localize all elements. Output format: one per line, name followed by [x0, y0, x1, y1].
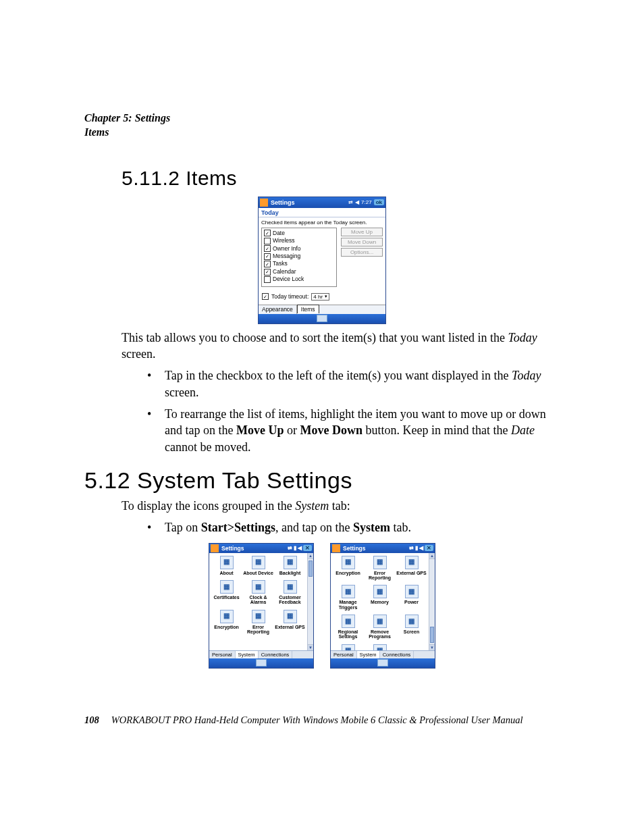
- app-label: Regional Settings: [332, 629, 364, 640]
- volume-icon: ◀: [298, 545, 302, 551]
- tab-personal[interactable]: Personal: [331, 651, 357, 658]
- subheader-today: Today: [259, 208, 385, 217]
- app-icon-item[interactable]: ▦Total Recall: [364, 644, 396, 650]
- app-icon-item[interactable]: ▦Clock & Alarms: [242, 580, 274, 605]
- tab-system[interactable]: System: [236, 651, 259, 658]
- app-icon-item[interactable]: ▦Customer Feedback: [274, 580, 306, 605]
- scroll-thumb[interactable]: [308, 561, 313, 577]
- app-icon: ▦: [252, 556, 265, 569]
- app-icon-item[interactable]: ▦Memory: [364, 585, 396, 610]
- app-icon: ▦: [252, 610, 265, 623]
- check-item: Wireless: [264, 237, 334, 244]
- tab-personal[interactable]: Personal: [209, 651, 236, 658]
- bottombar: [331, 658, 435, 668]
- app-icon-item[interactable]: ▦Encryption: [211, 610, 242, 635]
- bottombar: [209, 658, 313, 668]
- app-icon-item[interactable]: ▦Error Reporting: [242, 610, 274, 635]
- close-button[interactable]: ✕: [303, 545, 312, 551]
- scroll-down-icon[interactable]: ▼: [308, 644, 313, 650]
- scrollbar[interactable]: ▲ ▼: [429, 553, 435, 650]
- bullet-item: Tap on Start>Settings, and tap on the Sy…: [142, 519, 560, 536]
- app-label: Clock & Alarms: [242, 595, 274, 605]
- app-icon-item[interactable]: ▦About Device: [242, 556, 274, 575]
- items-checklist[interactable]: ✓Date Wireless ✓Owner Info ✓Messaging ✓T…: [261, 228, 337, 287]
- heading-5-11-2: 5.11.2 Items: [122, 167, 560, 190]
- timeout-checkbox[interactable]: ✓: [262, 293, 269, 300]
- ok-button[interactable]: ok: [374, 199, 384, 205]
- app-icon: ▦: [284, 556, 297, 569]
- app-icon-item[interactable]: ▦External GPS: [396, 556, 427, 581]
- checkbox-icon[interactable]: ✓: [264, 253, 271, 260]
- antenna-icon: ▮: [294, 545, 296, 551]
- scroll-thumb[interactable]: [430, 627, 434, 643]
- check-item: ✓Tasks: [264, 260, 334, 267]
- tab-appearance[interactable]: Appearance: [259, 305, 297, 314]
- app-icon: ▦: [342, 556, 355, 569]
- start-icon[interactable]: [211, 544, 219, 552]
- app-icon-item[interactable]: ▦Power: [396, 585, 427, 610]
- app-icon-item[interactable]: [396, 644, 427, 650]
- app-icon: ▦: [284, 580, 297, 594]
- bullet-item: To rearrange the list of items, highligh…: [142, 406, 560, 455]
- app-icon-item[interactable]: ▦Teklogix Scanners: [332, 644, 364, 650]
- bullet-item: Tap in the checkbox to the left of the i…: [142, 367, 560, 400]
- start-icon[interactable]: [260, 199, 268, 207]
- checkbox-icon[interactable]: ✓: [264, 269, 271, 276]
- app-icon: ▦: [373, 615, 387, 628]
- app-icon: ▦: [373, 585, 387, 598]
- app-icon-item[interactable]: ▦Certificates: [211, 580, 242, 605]
- antenna-icon: ▮: [415, 545, 418, 551]
- app-icon-item[interactable]: ▦Remove Programs: [364, 615, 396, 640]
- footer-text: WORKABOUT PRO Hand-Held Computer With Wi…: [111, 714, 523, 725]
- keyboard-icon[interactable]: [377, 659, 388, 667]
- app-icon-item[interactable]: ▦About: [211, 556, 242, 575]
- app-label: Certificates: [213, 595, 239, 600]
- keyboard-icon[interactable]: [256, 659, 267, 667]
- tab-system[interactable]: System: [357, 651, 380, 658]
- bottombar: [259, 314, 385, 323]
- app-icon: ▦: [373, 644, 387, 650]
- checkbox-icon[interactable]: [264, 276, 271, 283]
- heading-5-12: 5.12 System Tab Settings: [84, 467, 560, 494]
- scrollbar[interactable]: ▲ ▼: [307, 553, 313, 650]
- tab-connections[interactable]: Connections: [259, 651, 293, 658]
- app-label: Error Reporting: [242, 625, 274, 635]
- check-item: ✓Messaging: [264, 253, 334, 260]
- app-icon-item[interactable]: ▦Backlight: [274, 556, 306, 575]
- chapter-line-1: Chapter 5: Settings: [84, 111, 560, 126]
- move-down-button[interactable]: Move Down: [341, 238, 383, 246]
- app-label: External GPS: [396, 571, 426, 575]
- screenshot-today-items: Settings ⇄ ◀ 7:27 ok Today Checked items…: [258, 197, 386, 324]
- checkbox-icon[interactable]: [264, 238, 271, 244]
- app-icon-item[interactable]: ▦Encryption: [332, 556, 364, 581]
- scroll-down-icon[interactable]: ▼: [429, 644, 435, 650]
- app-icon-item[interactable]: ▦Error Reporting: [364, 556, 396, 581]
- checkbox-icon[interactable]: ✓: [264, 245, 271, 252]
- tab-items[interactable]: Items: [297, 305, 319, 313]
- keyboard-icon[interactable]: [317, 315, 327, 322]
- app-label: Encryption: [214, 625, 239, 629]
- titlebar: Settings ⇄ ▮ ◀ ✕: [209, 544, 313, 553]
- checkbox-icon[interactable]: ✓: [264, 230, 271, 236]
- close-button[interactable]: ✕: [425, 545, 433, 551]
- chapter-line-2: Items: [84, 126, 560, 140]
- app-label: About Device: [243, 571, 273, 575]
- app-icon: ▦: [342, 615, 355, 628]
- app-icon-item[interactable]: ▦Screen: [396, 615, 427, 640]
- page-footer: 108WORKABOUT PRO Hand-Held Computer With…: [84, 714, 560, 726]
- app-icon-item[interactable]: ▦Manage Triggers: [332, 585, 364, 610]
- tab-connections[interactable]: Connections: [380, 651, 414, 658]
- app-icon-item[interactable]: ▦External GPS: [274, 610, 306, 635]
- titlebar: Settings ⇄ ▮ ◀ ✕: [331, 544, 435, 553]
- tab-row: Appearance Items: [259, 305, 385, 314]
- volume-icon: ◀: [355, 199, 359, 205]
- titlebar: Settings ⇄ ◀ 7:27 ok: [259, 197, 385, 208]
- app-icon-item[interactable]: ▦Regional Settings: [332, 615, 364, 640]
- move-up-button[interactable]: Move Up: [341, 228, 383, 236]
- scroll-up-icon[interactable]: ▲: [308, 553, 313, 559]
- checkbox-icon[interactable]: ✓: [264, 261, 271, 267]
- timeout-dropdown[interactable]: 4 hr: [311, 293, 329, 301]
- options-button[interactable]: Options...: [341, 248, 383, 257]
- scroll-up-icon[interactable]: ▲: [429, 553, 435, 559]
- start-icon[interactable]: [332, 544, 340, 552]
